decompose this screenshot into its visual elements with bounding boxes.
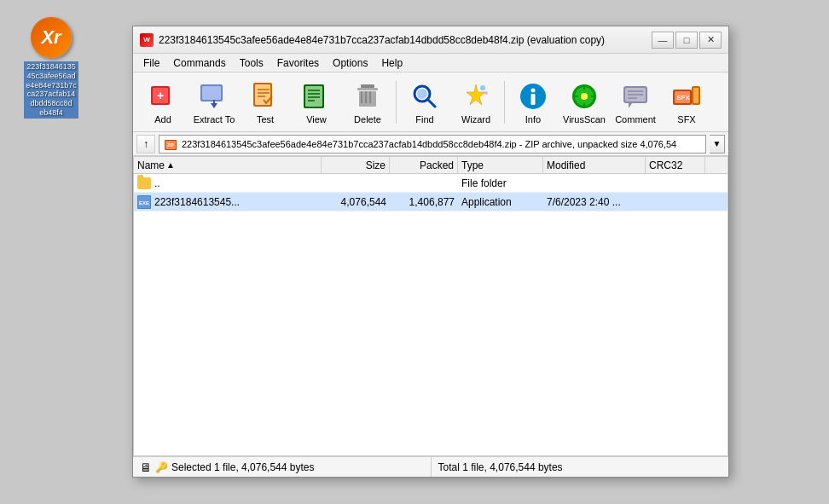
minimize-button[interactable]: — [652,32,674,49]
svg-rect-23 [369,91,371,103]
find-label: Find [415,114,433,125]
svg-point-29 [484,91,488,95]
toolbar-test-button[interactable]: Test [241,77,290,128]
toolbar-add-button[interactable]: + Add [138,77,188,128]
file-packed-cell [390,174,458,192]
back-button[interactable]: ↑ [136,135,155,154]
file-crc-cell [646,174,705,192]
col-header-type[interactable]: Type [458,157,543,173]
toolbar-info-button[interactable]: Info [508,77,558,128]
menu-tools[interactable]: Tools [233,54,270,72]
file-modified-cell [543,174,646,192]
address-field[interactable]: ZIP 223f3184613545c3afee56ade4e84e731b7c… [159,135,706,154]
toolbar: + Add Extract To [133,72,728,132]
extract-icon [198,80,230,113]
add-icon: + [147,80,179,113]
status-left-text: Selected 1 file, 4,076,544 bytes [171,461,314,473]
winrar-icon: W [140,33,154,47]
toolbar-wizard-button[interactable]: Wizard [451,77,501,128]
svg-text:ZIP: ZIP [167,142,174,148]
address-text: 223f3184613545c3afee56ade4e84e731b7cca23… [182,139,676,149]
svg-rect-13 [305,86,322,107]
col-header-packed[interactable]: Packed [390,157,458,173]
svg-rect-21 [361,91,362,103]
file-name-cell: EXE 223f3184613545... [134,193,322,211]
close-button[interactable]: ✕ [699,32,722,49]
delete-icon [351,80,384,113]
col-header-size[interactable]: Size [322,157,390,173]
status-icon-key: 🔑 [155,461,168,473]
window-title: 223f3184613545c3afee56ade4e84e731b7cca23… [159,34,652,46]
menu-help[interactable]: Help [374,54,409,72]
view-label: View [306,114,327,125]
toolbar-view-button[interactable]: View [292,77,341,128]
svg-point-25 [417,89,427,99]
file-type-cell: File folder [458,174,543,192]
file-size-cell: 4,076,544 [322,193,390,211]
extract-label: Extract To [194,114,235,125]
col-header-modified[interactable]: Modified [543,157,646,173]
column-headers: Name ▲ Size Packed Type Modified CRC32 [134,157,728,174]
exe-icon: EXE [137,195,151,209]
status-icon-left: 🖥 [140,461,152,474]
svg-rect-19 [357,88,378,90]
menu-favorites[interactable]: Favorites [270,54,326,72]
virusscan-label: VirusScan [563,114,606,125]
status-right-text: Total 1 file, 4,076,544 bytes [438,461,563,473]
test-icon [249,80,281,113]
address-bar: ↑ ZIP 223f3184613545c3afee56ade4e84e731b… [133,132,728,156]
status-right: Total 1 file, 4,076,544 bytes [432,457,729,477]
address-zip-icon: ZIP [165,137,178,151]
file-name-cell: .. [134,174,322,192]
toolbar-sfx-button[interactable]: SFX SFX [662,77,711,128]
svg-rect-32 [531,94,536,105]
menu-file[interactable]: File [136,54,166,72]
menu-options[interactable]: Options [326,54,374,72]
find-icon [409,80,441,113]
menu-commands[interactable]: Commands [166,54,232,72]
toolbar-comment-button[interactable]: Comment [611,77,660,128]
status-left: 🖥 🔑 Selected 1 file, 4,076,544 bytes [133,457,432,477]
desktop-icon-label: 223f3184613545c3afee56ade4e84e731b7cca23… [24,61,78,119]
col-header-crc32[interactable]: CRC32 [646,157,705,173]
col-header-name[interactable]: Name ▲ [134,157,322,173]
svg-text:SFX: SFX [676,94,690,101]
svg-point-35 [581,93,588,100]
toolbar-find-button[interactable]: Find [400,77,449,128]
wizard-icon [460,80,492,113]
desktop-icon-image: Xr [31,17,72,58]
svg-text:+: + [157,89,164,102]
svg-rect-22 [365,91,367,103]
sfx-label: SFX [677,114,695,125]
table-row[interactable]: EXE 223f3184613545... 4,076,544 1,406,87… [134,193,728,211]
toolbar-delete-button[interactable]: Delete [343,77,392,128]
svg-line-26 [428,100,435,107]
title-bar: W 223f3184613545c3afee56ade4e84e731b7cca… [133,26,728,54]
svg-marker-45 [629,103,632,108]
svg-point-28 [480,85,485,90]
virusscan-icon [568,80,600,113]
svg-rect-49 [693,88,699,103]
svg-rect-4 [202,86,221,100]
toolbar-extract-button[interactable]: Extract To [189,77,239,128]
info-label: Info [525,114,541,125]
address-dropdown-button[interactable]: ▼ [710,135,725,154]
test-label: Test [257,114,274,125]
desktop-icon[interactable]: Xr 223f3184613545c3afee56ade4e84e731b7cc… [17,17,85,119]
file-packed-cell: 1,406,877 [390,193,458,211]
file-modified-cell: 7/6/2023 2:40 ... [543,193,646,211]
svg-point-31 [531,88,536,92]
file-size-cell [322,174,390,192]
wizard-label: Wizard [461,114,490,125]
comment-label: Comment [615,114,656,125]
folder-icon [137,177,151,189]
svg-rect-18 [361,84,374,88]
toolbar-virusscan-button[interactable]: VirusScan [559,77,609,128]
status-bar: 🖥 🔑 Selected 1 file, 4,076,544 bytes Tot… [133,456,728,477]
table-row[interactable]: .. File folder [134,174,728,193]
toolbar-separator-1 [396,81,397,124]
view-icon [300,80,333,113]
info-icon [517,80,549,113]
sfx-icon: SFX [670,80,703,113]
maximize-button[interactable]: □ [675,32,698,49]
